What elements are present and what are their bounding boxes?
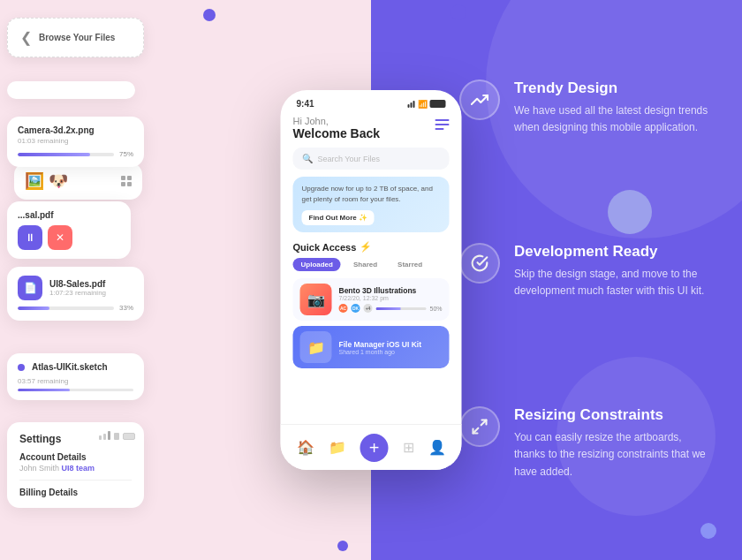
battery-icon — [123, 433, 135, 440]
greeting-text: Hi John, — [293, 116, 381, 126]
feature-trendy: Trendy Design We have used all the lates… — [459, 79, 716, 136]
hamburger-line-2 — [435, 124, 450, 125]
browse-files-label: Browse Your Files — [39, 33, 115, 42]
camera-progress-bar — [18, 153, 114, 156]
hamburger-line-1 — [435, 119, 450, 121]
avatar-1: AC — [339, 304, 348, 313]
find-out-button[interactable]: Find Out More ✨ — [302, 210, 375, 225]
search-bar[interactable]: 🔍 Search Your Files — [293, 148, 450, 170]
find-out-label: Find Out More ✨ — [309, 214, 367, 222]
file-1-pct: 50% — [429, 306, 442, 312]
file-1-footer: AC DK +4 50% — [339, 304, 443, 313]
upgrade-banner: Upgrade now for up to 2 TB of space, and… — [293, 177, 450, 232]
emoji-card: 🖼️ 🐶 — [7, 81, 135, 99]
hamburger-menu[interactable] — [435, 119, 450, 130]
file-item-2[interactable]: 📁 File Manager iOS UI Kit Shared 1 month… — [293, 326, 450, 368]
tab-starred[interactable]: Starred — [390, 258, 430, 271]
pause-button[interactable]: ⏸ — [18, 225, 42, 250]
trendy-desc: We have used all the latest design trend… — [514, 102, 708, 136]
camera-file-time: 01:03 remaining — [18, 137, 133, 145]
nav-grid-icon[interactable]: ⊞ — [403, 439, 414, 456]
tab-uploaded[interactable]: Uploaded — [293, 258, 341, 271]
status-icons: 📶 — [408, 100, 446, 109]
ui8-file-name: UI8-Sales.pdf — [49, 279, 106, 289]
feature-resize: Resizing Constraints You can easily resi… — [459, 406, 716, 481]
grid-dot — [127, 176, 132, 180]
file-item-1[interactable]: 📷 Bento 3D Illustrations 7/22/20, 12:32 … — [293, 278, 450, 321]
file-1-date: 7/22/20, 12:32 pm — [339, 295, 443, 301]
quick-access-emoji: ⚡ — [360, 241, 372, 253]
account-name: John Smith — [19, 464, 59, 473]
file-2-info: File Manager iOS UI Kit Shared 1 month a… — [339, 340, 443, 355]
search-placeholder: Search Your Files — [318, 155, 381, 163]
browse-files-card[interactable]: ❮ Browse Your Files — [7, 18, 144, 57]
ui8-progress-bar — [18, 306, 114, 310]
avatar-2: DK — [352, 304, 360, 313]
ui8-progress-row: 33% — [18, 304, 133, 312]
proposal-card: ...sal.pdf ⏸ ✕ — [7, 201, 131, 259]
avatar-more: +4 — [364, 304, 373, 313]
phone-mockup: 9:41 📶 Hi John, Welcome Back — [281, 90, 462, 470]
feature-dev: Development Ready Skip the design stage,… — [459, 243, 716, 299]
status-time: 9:41 — [297, 99, 314, 109]
grid-dot — [127, 182, 132, 186]
resize-title: Resizing Constraints — [514, 406, 708, 424]
phone-content: Hi John, Welcome Back 🔍 Search Your File… — [281, 112, 462, 439]
status-bar: 9:41 📶 — [281, 90, 462, 112]
hamburger-line-3 — [435, 128, 444, 130]
file-1-bar — [376, 307, 427, 310]
phone-header: Hi John, Welcome Back — [293, 116, 450, 140]
atlas-progress-fill — [18, 389, 70, 391]
billing-label: Billing Details — [19, 488, 132, 497]
atlas-file-name: Atlas-UIKit.sketch — [32, 362, 108, 372]
battery-icon — [430, 100, 446, 108]
ui8-file-card: 📄 UI8-Sales.pdf 1:07:23 remaining 33% — [7, 267, 144, 321]
stop-button[interactable]: ✕ — [48, 225, 72, 250]
billing-section: Billing Details — [19, 480, 132, 497]
emoji-row: 🖼️ 🐶 — [25, 171, 132, 191]
bar1 — [99, 435, 102, 440]
search-icon: 🔍 — [302, 154, 313, 163]
camera-progress-row: 75% — [18, 150, 133, 158]
nav-files-icon[interactable]: 📁 — [329, 439, 346, 456]
resize-text: Resizing Constraints You can easily resi… — [514, 406, 708, 481]
maximize-icon — [471, 418, 488, 435]
file-2-thumb: 📁 — [300, 331, 332, 363]
emoji-display: 🖼️ 🐶 — [25, 171, 68, 191]
grid-dot — [121, 176, 125, 180]
resize-desc: You can easily resize the artboards, tha… — [514, 429, 708, 481]
check-circle-icon — [471, 254, 488, 272]
tab-shared[interactable]: Shared — [345, 258, 385, 271]
ui8-file-time: 1:07:23 remaining — [49, 289, 106, 297]
atlas-file-card: Atlas-UIKit.sketch 03:57 remaining — [7, 353, 144, 400]
file-1-info: Bento 3D Illustrations 7/22/20, 12:32 pm… — [339, 286, 443, 313]
folder-icon: ❮ — [20, 29, 32, 46]
upgrade-text: Upgrade now for up to 2 TB of space, and… — [302, 184, 441, 205]
nav-profile-icon[interactable]: 👤 — [428, 439, 446, 456]
filter-tabs: Uploaded Shared Starred — [293, 258, 450, 271]
resize-icon-circle — [459, 406, 500, 447]
bar3 — [108, 431, 110, 440]
bottom-nav: 🏠 📁 + ⊞ 👤 — [281, 424, 462, 470]
quick-access-header: Quick Access ⚡ — [293, 241, 450, 253]
trendy-text: Trendy Design We have used all the lates… — [514, 79, 708, 136]
camera-file-card: Camera-3d.2x.png 01:03 remaining 75% — [7, 117, 144, 167]
file-2-name: File Manager iOS UI Kit — [339, 340, 443, 349]
nav-home-icon[interactable]: 🏠 — [297, 439, 314, 456]
trendy-title: Trendy Design — [514, 79, 708, 97]
account-label: Account Details — [19, 452, 132, 462]
signal-icon — [408, 101, 415, 108]
signal-bars — [99, 431, 135, 440]
trendy-icon-circle — [459, 79, 500, 120]
trending-up-icon — [471, 91, 488, 109]
settings-card: Settings Account Details John Smith UI8 … — [7, 422, 144, 508]
deco-dot-1 — [203, 9, 216, 21]
dev-text: Development Ready Skip the design stage,… — [514, 243, 708, 299]
atlas-file-time: 03:57 remaining — [18, 377, 133, 385]
grid-icon[interactable] — [121, 176, 132, 186]
account-team: UI8 team — [62, 464, 95, 473]
dev-icon-circle — [459, 243, 500, 284]
file-1-fill — [376, 307, 401, 310]
wifi-icon: 📶 — [418, 100, 428, 109]
nav-add-button[interactable]: + — [360, 434, 389, 462]
